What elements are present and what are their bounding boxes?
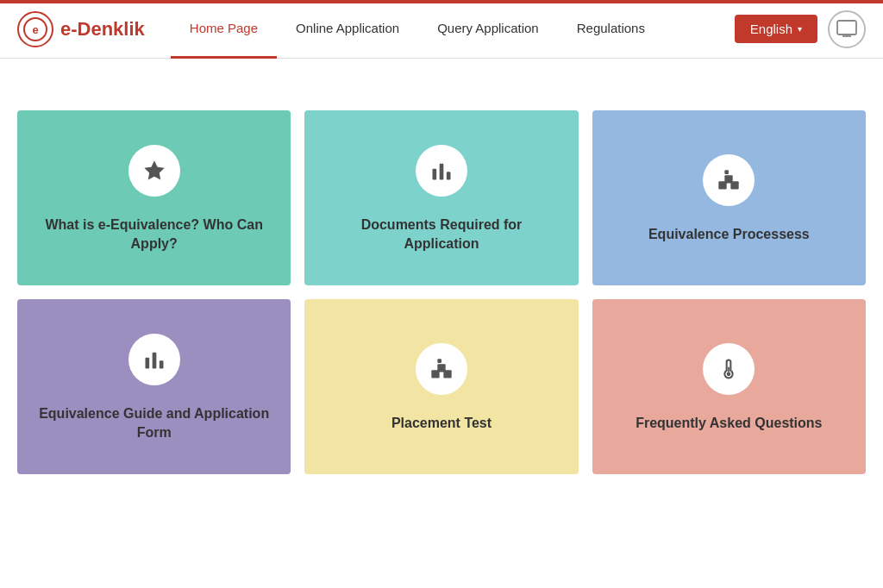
brand-logo-link[interactable]: e e-Denklik: [17, 11, 145, 47]
svg-rect-17: [443, 370, 451, 378]
svg-rect-14: [159, 360, 163, 368]
star-icon-circle: [128, 145, 180, 197]
card-what-is[interactable]: What is e-Equivalence? Who Can Apply?: [17, 110, 291, 285]
svg-rect-10: [731, 181, 739, 189]
thermometer-icon-circle: [703, 343, 755, 395]
card-placement-test[interactable]: Placement Test: [304, 299, 578, 474]
thermometer-icon: [717, 357, 741, 381]
bar-chart2-icon: [142, 347, 166, 372]
card-equivalence-processes[interactable]: Equivalence Processess: [592, 110, 866, 285]
card-equivalence-guide[interactable]: Equivalence Guide and Application Form: [17, 299, 291, 474]
svg-rect-2: [837, 21, 856, 34]
chevron-down-icon: ▾: [798, 24, 802, 34]
svg-rect-12: [145, 357, 149, 368]
nav-right: English ▾: [726, 10, 866, 48]
chart2-icon-circle: [128, 334, 180, 385]
navbar: e e-Denklik Home Page Online Application…: [0, 0, 883, 59]
svg-rect-5: [432, 169, 436, 180]
card-placement-test-label: Placement Test: [391, 414, 492, 433]
card-grid: What is e-Equivalence? Who Can Apply? Do…: [17, 110, 866, 474]
blocks-icon-circle: [703, 154, 755, 206]
svg-rect-7: [447, 172, 451, 179]
nav-regulations[interactable]: Regulations: [558, 0, 664, 59]
card-what-is-label: What is e-Equivalence? Who Can Apply?: [34, 216, 273, 254]
card-documents-label: Documents Required for Application: [322, 216, 560, 254]
main-content: What is e-Equivalence? Who Can Apply? Do…: [0, 59, 883, 509]
blocks-icon: [717, 168, 741, 192]
card-faq-label: Frequently Asked Questions: [636, 414, 822, 433]
svg-point-19: [727, 372, 731, 376]
svg-rect-6: [440, 164, 444, 180]
card-equivalence-guide-label: Equivalence Guide and Application Form: [34, 404, 273, 443]
card-documents[interactable]: Documents Required for Application: [304, 110, 578, 285]
svg-rect-13: [152, 353, 156, 369]
chart-icon-circle: [416, 145, 467, 197]
svg-rect-18: [437, 359, 442, 363]
language-button[interactable]: English ▾: [735, 15, 817, 43]
star-icon: [142, 159, 166, 183]
bar-chart-icon: [429, 159, 454, 183]
brand-name: e-Denklik: [60, 18, 145, 41]
blocks2-icon-circle: [416, 343, 467, 395]
nav-online-application[interactable]: Online Application: [277, 0, 418, 59]
blocks2-icon: [429, 357, 454, 381]
nav-home[interactable]: Home Page: [171, 0, 277, 59]
nav-query-application[interactable]: Query Application: [418, 0, 558, 59]
nav-links: Home Page Online Application Query Appli…: [171, 0, 712, 59]
site-icon: [828, 10, 866, 48]
svg-text:e: e: [32, 23, 38, 36]
card-faq[interactable]: Frequently Asked Questions: [592, 299, 866, 474]
brand-logo: e: [17, 11, 53, 47]
card-equivalence-processes-label: Equivalence Processess: [648, 225, 810, 244]
svg-rect-11: [725, 171, 730, 175]
